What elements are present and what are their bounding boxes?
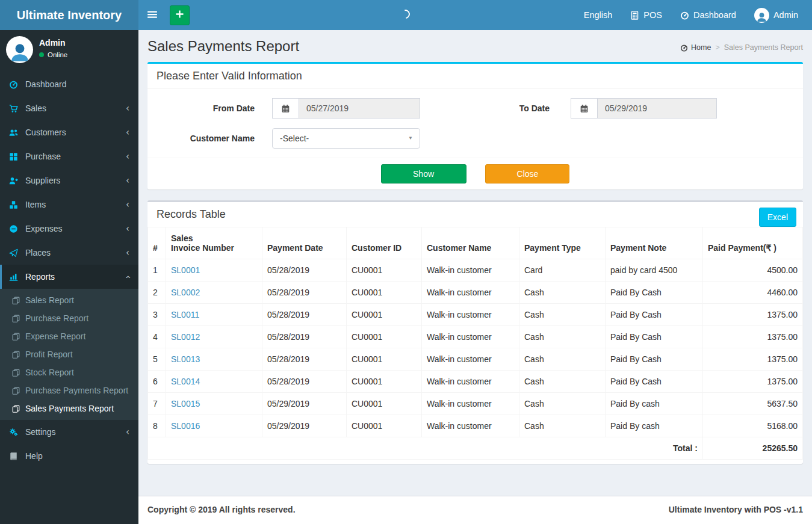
grid-icon [9,152,25,161]
from-date-input[interactable] [299,98,420,119]
cell-amount: 1375.00 [703,304,803,326]
invoice-link[interactable]: SL0011 [171,310,199,319]
calendar-icon [272,98,299,119]
sidebar-item-purchase[interactable]: Purchase‹ [0,144,138,168]
invoice-link[interactable]: SL0015 [171,399,200,408]
sidebar-subitem-sales-payments-report[interactable]: Sales Payments Report [0,399,138,418]
copy-icon [12,351,20,359]
breadcrumb-home-link[interactable]: Home [680,43,711,52]
cell-note: Paid By Cash [606,282,703,304]
row-number: 2 [148,282,166,304]
customer-name-selected-value: -Select- [280,134,309,143]
cell-customer_name: Walk-in customer [422,326,519,348]
table-row: 1SL000105/28/2019CU0001Walk-in customerC… [148,259,803,282]
sidebar-subitem-sales-report[interactable]: Sales Report [0,291,138,309]
user-avatar [754,8,769,23]
cell-customer_id: CU0001 [347,393,422,415]
cell-customer_name: Walk-in customer [422,259,519,282]
copy-icon [12,315,20,322]
to-date-input[interactable] [597,98,717,119]
cell-note: Paid By Cash [606,326,703,348]
sidebar-subitem-stock-report[interactable]: Stock Report [0,363,138,381]
online-status-icon [39,52,44,57]
customer-name-select[interactable]: -Select- ▼ [272,128,420,149]
column-header-5: Payment Type [519,227,606,259]
nav-language-label: English [584,10,613,20]
invoice-link[interactable]: SL0014 [171,377,200,386]
sidebar-item-sales[interactable]: Sales‹ [0,96,138,120]
sidebar-subitem-profit-report[interactable]: Profit Report [0,345,138,363]
total-row: Total :25265.50 [148,437,803,460]
cell-type: Cash [519,371,606,393]
cell-note: Paid By Cash [606,371,703,393]
content-header: Sales Payments Report Home > Sales Payme… [138,30,812,62]
total-value: 25265.50 [703,437,803,460]
calendar-icon [571,98,597,119]
minus-circle-icon [9,224,25,233]
sidebar-subitem-purchase-report[interactable]: Purchase Report [0,309,138,327]
sidebar-item-reports[interactable]: Reports‹ [0,265,138,289]
invoice-cell: SL0016 [166,415,262,437]
sidebar-item-places[interactable]: Places‹ [0,241,138,265]
records-table-foot: Total :25265.50 [148,437,803,460]
total-label: Total : [148,437,703,460]
column-header-6: Payment Note [606,227,703,259]
gauge-icon [9,80,25,89]
page-footer: Ultimate Inventory with POS -v1.1 Copyri… [138,496,812,524]
app-window: Ultimate Inventory English POS Dashboa [0,0,812,524]
table-row: 4SL001205/28/2019CU0001Walk-in customerC… [148,326,803,348]
sidebar-item-items[interactable]: Items‹ [0,193,138,217]
nav-language[interactable]: English [575,0,622,30]
records-table-head: #Sales Invoice NumberPayment DateCustome… [148,227,803,259]
table-row: 7SL001505/29/2019CU0001Walk-in customerC… [148,393,803,415]
breadcrumb-separator: > [715,43,719,52]
row-number: 8 [148,415,166,437]
nav-dashboard[interactable]: Dashboard [671,0,745,30]
sidebar-item-suppliers[interactable]: Suppliers‹ [0,168,138,193]
sidebar-item-help[interactable]: Help [0,444,138,468]
show-button[interactable]: Show [381,164,466,183]
bar-chart-icon [9,273,25,282]
top-navbar: English POS Dashboard Admin [138,0,812,30]
sidebar-toggle-button[interactable] [138,0,166,30]
cell-customer_id: CU0001 [347,304,422,326]
excel-export-button[interactable]: Excel [759,208,796,227]
column-header-4: Customer Name [422,227,519,259]
invoice-link[interactable]: SL0001 [171,265,200,275]
cell-type: Cash [519,415,606,437]
cell-date: 05/28/2019 [262,371,347,393]
sidebar-item-settings[interactable]: Settings‹ [0,420,138,444]
navbar-right-menu: English POS Dashboard Admin [575,0,812,30]
records-table-body: 1SL000105/28/2019CU0001Walk-in customerC… [148,259,803,437]
nav-user-label: Admin [773,10,798,20]
sidebar-subitem-purchase-payments-report[interactable]: Purchase Payments Report [0,381,138,399]
invoice-link[interactable]: SL0012 [171,332,200,342]
nav-user-menu[interactable]: Admin [745,0,807,30]
cell-note: paid by card 4500 [606,259,703,282]
sidebar-user-status[interactable]: Online [39,51,67,58]
cell-date: 05/28/2019 [262,304,347,326]
loading-spinner-icon [399,8,412,20]
invoice-link[interactable]: SL0002 [171,288,200,297]
sidebar-subitem-expense-report[interactable]: Expense Report [0,327,138,345]
copy-icon [12,369,20,377]
to-date-group [571,98,717,119]
sidebar-item-dashboard[interactable]: Dashboard [0,72,138,96]
nav-pos[interactable]: POS [621,0,671,30]
from-date-label: From Date [157,98,255,119]
cell-amount: 5637.50 [703,393,803,415]
close-button[interactable]: Close [485,164,569,183]
filter-panel-title: Please Enter Valid Information [157,70,302,82]
from-date-group [272,98,420,119]
brand-logo[interactable]: Ultimate Inventory [0,0,138,30]
sidebar-item-expenses[interactable]: Expenses‹ [0,217,138,241]
invoice-link[interactable]: SL0016 [171,421,200,431]
cell-date: 05/28/2019 [262,259,347,282]
records-header-row: #Sales Invoice NumberPayment DateCustome… [148,227,803,259]
cell-type: Card [519,259,606,282]
cell-customer_name: Walk-in customer [422,304,519,326]
quick-add-button[interactable] [170,5,190,25]
invoice-link[interactable]: SL0013 [171,354,200,364]
sidebar-item-customers[interactable]: Customers‹ [0,120,138,144]
cell-date: 05/29/2019 [262,415,347,437]
